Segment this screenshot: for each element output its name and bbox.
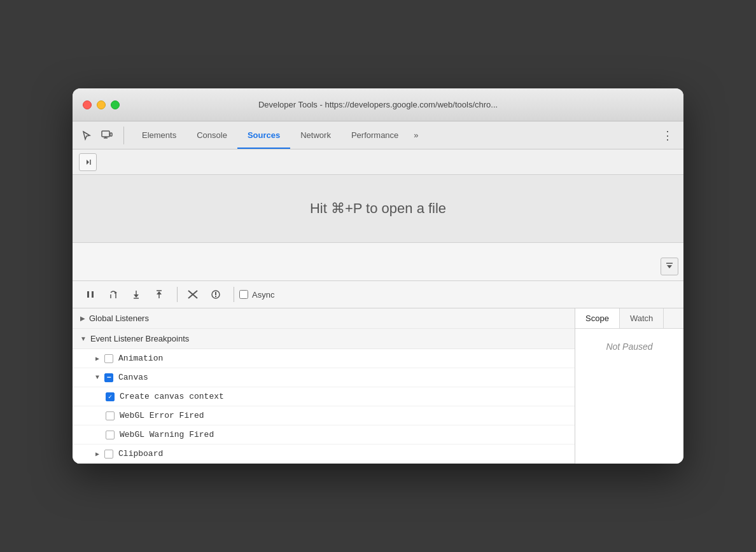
tab-network[interactable]: Network	[290, 121, 341, 149]
close-button[interactable]	[83, 100, 92, 109]
deactivate-breakpoints-button[interactable]	[183, 284, 203, 305]
clipboard-arrow: ▶	[95, 450, 99, 458]
command-hint: Hit ⌘+P to open a file	[73, 175, 683, 242]
clipboard-checkbox[interactable]	[104, 450, 113, 459]
event-listener-label: Event Listener Breakpoints	[90, 334, 189, 343]
minimize-button[interactable]	[97, 100, 106, 109]
svg-rect-22	[215, 292, 216, 295]
watch-tab[interactable]: Watch	[620, 308, 664, 328]
clipboard-row[interactable]: ▶ Clipboard	[73, 445, 575, 464]
webgl-warning-checkbox[interactable]	[106, 431, 115, 439]
async-checkbox-input[interactable]	[239, 290, 248, 299]
breakpoints-list: ▶ Global Listeners ▼ Event Listener Brea…	[73, 308, 575, 464]
devtools-window: Developer Tools - https://developers.goo…	[73, 88, 683, 464]
window-title: Developer Tools - https://developers.goo…	[258, 100, 498, 109]
canvas-checkbox[interactable]: −	[104, 373, 113, 382]
global-listeners-header[interactable]: ▶ Global Listeners	[73, 308, 575, 329]
device-icon[interactable]	[98, 127, 116, 144]
create-canvas-context-checkbox[interactable]: ✓	[106, 392, 115, 401]
animation-row[interactable]: ▶ Animation	[73, 349, 575, 368]
main-content-area: Hit ⌘+P to open a file	[73, 175, 683, 280]
left-panel: ▶ Global Listeners ▼ Event Listener Brea…	[73, 308, 575, 464]
cursor-icon[interactable]	[78, 127, 95, 144]
tab-elements[interactable]: Elements	[132, 121, 186, 149]
right-panel: Scope Watch Not Paused	[575, 308, 683, 464]
webgl-error-checkbox[interactable]	[106, 411, 115, 420]
not-paused-text: Not Paused	[575, 329, 683, 364]
step-out-button[interactable]	[149, 284, 169, 305]
animation-label: Animation	[118, 354, 163, 363]
create-canvas-context-row[interactable]: ✓ Create canvas context	[73, 387, 575, 406]
animation-checkbox[interactable]	[104, 354, 113, 363]
tab-console[interactable]: Console	[186, 121, 237, 149]
scope-tab[interactable]: Scope	[575, 308, 620, 328]
step-into-button[interactable]	[126, 284, 146, 305]
tabs: Elements Console Sources Network Perform…	[132, 121, 657, 149]
maximize-button[interactable]	[111, 100, 120, 109]
event-listener-breakpoints-header[interactable]: ▼ Event Listener Breakpoints	[73, 329, 575, 349]
title-bar: Developer Tools - https://developers.goo…	[73, 88, 683, 121]
global-listeners-arrow: ▶	[80, 315, 85, 322]
tab-icon-group	[78, 127, 124, 144]
webgl-warning-label: WebGL Warning Fired	[120, 430, 214, 439]
debug-separator	[177, 287, 178, 302]
clipboard-label: Clipboard	[118, 449, 163, 459]
svg-rect-9	[92, 291, 94, 298]
tab-bar: Elements Console Sources Network Perform…	[73, 121, 683, 149]
svg-marker-17	[157, 291, 162, 294]
expand-panel-button[interactable]	[79, 153, 97, 171]
webgl-error-fired-row[interactable]: WebGL Error Fired	[73, 406, 575, 425]
webgl-error-label: WebGL Error Fired	[120, 411, 204, 420]
sources-toolbar	[73, 149, 683, 175]
canvas-arrow: ▼	[95, 374, 99, 381]
step-over-button[interactable]	[103, 284, 123, 305]
svg-marker-14	[134, 294, 139, 298]
traffic-lights	[83, 100, 120, 109]
async-checkbox-label[interactable]: Async	[239, 290, 274, 300]
editor-area	[73, 242, 683, 280]
canvas-row[interactable]: ▼ − Canvas	[73, 368, 575, 387]
event-listener-arrow: ▼	[80, 335, 87, 342]
bottom-panel: ▶ Global Listeners ▼ Event Listener Brea…	[73, 308, 683, 464]
more-tabs-button[interactable]: »	[409, 130, 423, 140]
svg-rect-8	[87, 291, 89, 298]
create-canvas-context-label: Create canvas context	[120, 392, 224, 401]
svg-marker-4	[87, 160, 89, 165]
svg-marker-6	[667, 265, 672, 268]
kebab-menu-button[interactable]: ⋮	[657, 128, 678, 142]
tab-performance[interactable]: Performance	[341, 121, 409, 149]
pause-on-exceptions-button[interactable]	[206, 284, 226, 305]
tab-sources[interactable]: Sources	[237, 121, 290, 149]
scope-watch-tabs: Scope Watch	[575, 308, 683, 329]
debug-separator-2	[234, 287, 234, 302]
pause-button[interactable]	[80, 284, 101, 305]
animation-arrow: ▶	[95, 355, 99, 362]
svg-rect-1	[110, 133, 112, 136]
webgl-warning-fired-row[interactable]: WebGL Warning Fired	[73, 425, 575, 445]
svg-rect-23	[215, 296, 216, 297]
debugger-bar: Async	[73, 280, 683, 308]
canvas-label: Canvas	[118, 373, 148, 382]
global-listeners-label: Global Listeners	[89, 314, 149, 323]
editor-dropdown-button[interactable]	[661, 258, 678, 275]
svg-rect-0	[102, 131, 109, 137]
